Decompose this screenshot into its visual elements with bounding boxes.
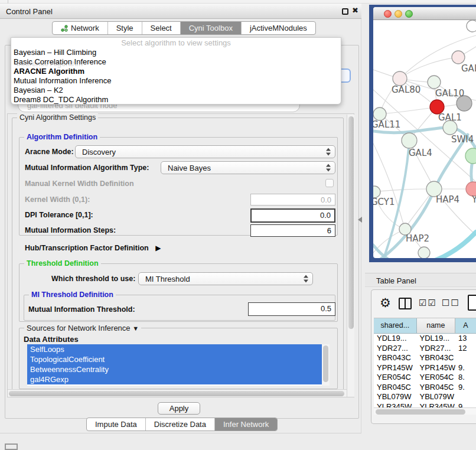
kernel-width-field[interactable]: 0.0: [250, 194, 335, 206]
settings-horizontal-scrollbar[interactable]: [8, 389, 347, 397]
table-cell: YDL19...: [374, 334, 417, 344]
minimize-traffic-light[interactable]: [395, 10, 402, 18]
tab-impute-data[interactable]: Impute Data: [87, 418, 146, 431]
table-row[interactable]: YLR345WYLR345W9.: [374, 402, 476, 408]
aracne-mode-combo[interactable]: Discovery: [75, 145, 335, 158]
manual-kernel-checkbox[interactable]: [325, 179, 334, 187]
dpi-tolerance-field[interactable]: 0.0: [250, 208, 335, 223]
list-item-selfloops[interactable]: SelfLoops: [27, 344, 322, 354]
network-window-titlebar: [373, 7, 476, 20]
table-row[interactable]: YDR27...YDR27...12: [374, 344, 476, 354]
node-hap4-label: HAP4: [436, 194, 459, 205]
node-top-edge[interactable]: [467, 20, 476, 32]
tab-cyni-toolbox[interactable]: Cyni Toolbox: [181, 22, 242, 34]
table-cell: YBR043C: [374, 353, 417, 363]
table-cell: 9.: [455, 363, 476, 373]
tab-network[interactable]: Network: [53, 22, 108, 34]
node-gal10-label: GAL10: [435, 88, 464, 99]
table-window: ⚙ ☑☑ ☐☐ shared...nameA YDL19...YDL19...1…: [371, 289, 476, 424]
column-header-name[interactable]: name: [417, 318, 455, 334]
node-gal11[interactable]: [373, 107, 386, 120]
float-icon[interactable]: [342, 8, 348, 15]
close-icon[interactable]: ✖: [352, 6, 358, 15]
list-item-betweennesscentrality[interactable]: BetweennessCentrality: [27, 364, 322, 374]
dropdown-item-bayesian-hill-climbing[interactable]: Bayesian – Hill Climbing: [11, 48, 341, 57]
which-threshold-combo[interactable]: MI Threshold: [138, 272, 313, 285]
dropdown-item-dream8-dc-tdc-algorithm[interactable]: Dream8 DC_TDC Algorithm: [11, 95, 341, 105]
list-item-topologicalcoefficient[interactable]: TopologicalCoefficient: [27, 354, 322, 364]
tab-label: Network: [71, 24, 99, 32]
panel-divider: [0, 433, 361, 433]
node-hap2-label: HAP2: [406, 233, 429, 244]
node-swi4-small-label: SWI4: [451, 134, 474, 145]
node-gcy1-label: GCY1: [373, 197, 395, 207]
aracne-mode-value: Discovery: [82, 148, 116, 156]
data-attributes-label: Data Attributes: [24, 335, 79, 344]
tab-label: Style: [116, 24, 133, 32]
tab-jactivemnodules[interactable]: jActiveMNodules: [242, 22, 315, 34]
list-vertical-scrollbar[interactable]: [322, 344, 330, 386]
tab-discretize-data[interactable]: Discretize Data: [146, 418, 215, 431]
collapsed-arrow-icon[interactable]: ▶: [155, 244, 161, 252]
splitter-handle[interactable]: [358, 217, 362, 223]
expanded-arrow-icon[interactable]: ▼: [132, 325, 139, 332]
minimized-window-icon[interactable]: [5, 444, 18, 450]
table-row[interactable]: YPR145WYPR145W9.: [374, 363, 476, 373]
gear-icon[interactable]: ⚙: [380, 296, 391, 310]
table-cell: YBL079W: [374, 392, 417, 402]
node-swi4-big[interactable]: [465, 148, 476, 164]
table-cell: YPR145W: [417, 363, 455, 373]
mi-steps-field[interactable]: 6: [250, 224, 335, 237]
dropdown-item-aracne-algorithm[interactable]: ARACNE Algorithm: [11, 67, 341, 76]
columns-icon[interactable]: [399, 298, 412, 309]
mi-threshold-label: Mutual Information Threshold:: [28, 305, 135, 314]
table-row[interactable]: YER054CYER054C8.: [374, 373, 476, 383]
mi-threshold-field[interactable]: 0.5: [248, 302, 335, 316]
zoom-traffic-light[interactable]: [405, 10, 413, 18]
node-gal-right[interactable]: [452, 51, 465, 64]
network-edge: [374, 189, 426, 192]
close-traffic-light[interactable]: [384, 10, 392, 18]
node-bottom-edge[interactable]: [418, 247, 430, 258]
hub-section-label: Hub/Transcription Factor Definition: [25, 244, 149, 252]
table-row[interactable]: YBR043CYBR043C: [374, 353, 476, 363]
document-icon[interactable]: [468, 295, 476, 311]
select-all-checkboxes-icon[interactable]: ☑☑: [419, 298, 437, 308]
stepper-icon: [326, 164, 331, 172]
table-horizontal-scrollbar[interactable]: [374, 407, 476, 415]
table-row[interactable]: YBL079WYBL079W: [374, 392, 476, 402]
cyni-settings-group-title: Cyni Algorithm Settings: [17, 113, 98, 122]
tab-label: jActiveMNodules: [250, 24, 307, 32]
apply-button[interactable]: Apply: [158, 402, 200, 415]
node-gal80[interactable]: [393, 71, 407, 86]
dropdown-item-bayesian-k2[interactable]: Bayesian – K2: [11, 86, 341, 95]
deselect-all-checkboxes-icon[interactable]: ☐☐: [442, 298, 460, 308]
settings-vertical-scrollbar[interactable]: [347, 115, 354, 397]
dropdown-item-mutual-information-inference[interactable]: Mutual Information Inference: [11, 76, 341, 86]
node-gcy1[interactable]: [373, 186, 380, 198]
tab-style[interactable]: Style: [108, 22, 142, 34]
aracne-mode-label: Aracne Mode:: [25, 148, 74, 156]
column-header-a[interactable]: A: [455, 318, 476, 334]
column-header-shared[interactable]: shared...: [374, 318, 417, 334]
top-tab-strip: NetworkStyleSelectCyni ToolboxjActiveMNo…: [52, 21, 316, 35]
manual-kernel-label: Manual Kernel Width Definition: [25, 180, 134, 188]
table-row[interactable]: YDL19...YDL19...13: [374, 334, 476, 344]
list-item-gal4rgexp[interactable]: gal4RGexp: [27, 374, 322, 384]
dpi-tolerance-label: DPI Tolerance [0,1]:: [25, 211, 93, 219]
table-row[interactable]: YBR045CYBR045C9.: [374, 383, 476, 393]
hub-section[interactable]: Hub/Transcription Factor Definition ▶: [25, 242, 161, 253]
which-threshold-label: Which threshold to use:: [51, 275, 135, 283]
tab-select[interactable]: Select: [142, 22, 181, 34]
table-cell: 12: [455, 344, 476, 354]
network-edge: [373, 144, 403, 224]
control-panel-titlebar: Control Panel ✖: [0, 4, 361, 19]
mi-type-combo[interactable]: Naive Bayes: [161, 161, 335, 174]
sources-title-text: Sources for Network Inference: [27, 324, 131, 332]
network-canvas[interactable]: GALGAL80GAL10GAL1GAL11SWI4GAL4GCY1HAP4YH…: [373, 20, 476, 258]
mi-type-label: Mutual Information Algorithm Type:: [25, 164, 149, 172]
node-gal10[interactable]: [428, 76, 441, 89]
node-gal4[interactable]: [402, 133, 417, 148]
tab-infer-network[interactable]: Infer Network: [215, 418, 277, 431]
network-icon: [61, 25, 68, 32]
